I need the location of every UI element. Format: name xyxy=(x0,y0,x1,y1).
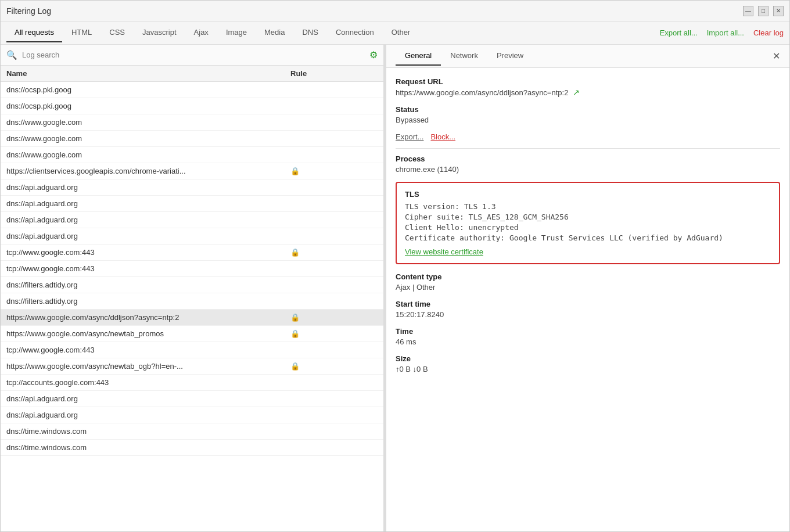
list-item[interactable]: dns://www.google.com xyxy=(1,147,383,163)
request-url-value: https://www.google.com/async/ddljson?asy… xyxy=(396,88,780,97)
tab-dns[interactable]: DNS xyxy=(294,23,326,42)
list-item[interactable]: dns://api.adguard.org xyxy=(1,228,383,245)
list-item-rule: 🔒 xyxy=(290,248,378,257)
list-item[interactable]: dns://ocsp.pki.goog xyxy=(1,98,383,114)
lock-icon: 🔒 xyxy=(290,248,300,257)
list-item-name: dns://api.adguard.org xyxy=(6,394,290,403)
tab-css[interactable]: CSS xyxy=(101,23,133,42)
list-item-name: dns://ocsp.pki.goog xyxy=(6,85,290,94)
export-all-button[interactable]: Export all... xyxy=(660,28,698,37)
list-item[interactable]: tcp://www.google.com:443 xyxy=(1,342,383,358)
tls-version: TLS version: TLS 1.3 xyxy=(405,202,771,211)
title-bar: Filtering Log — □ ✕ xyxy=(1,1,789,21)
list-item[interactable]: https://www.google.com/async/newtab_prom… xyxy=(1,326,383,342)
list-item[interactable]: dns://api.adguard.org xyxy=(1,196,383,212)
list-item-name: dns://ocsp.pki.goog xyxy=(6,102,290,110)
close-button[interactable]: ✕ xyxy=(773,6,784,16)
list-item[interactable]: dns://filters.adtidy.org xyxy=(1,277,383,293)
detail-tabs: General Network Preview ✕ xyxy=(386,45,789,68)
maximize-button[interactable]: □ xyxy=(758,6,769,16)
left-panel: 🔍 ⚙ Name Rule dns://ocsp.pki.googdns://o… xyxy=(1,45,384,531)
detail-tab-preview[interactable]: Preview xyxy=(487,46,533,66)
export-button[interactable]: Export... xyxy=(396,132,423,141)
list-item[interactable]: dns://api.adguard.org xyxy=(1,212,383,228)
list-item[interactable]: dns://filters.adtidy.org xyxy=(1,293,383,310)
content-type-value: Ajax | Other xyxy=(396,283,780,292)
start-time-value: 15:20:17.8240 xyxy=(396,310,780,319)
start-time-section: Start time 15:20:17.8240 xyxy=(396,300,780,319)
list-item[interactable]: dns://www.google.com xyxy=(1,114,383,131)
tls-title: TLS xyxy=(405,190,771,199)
tab-connection[interactable]: Connection xyxy=(328,23,382,42)
list-item-name: dns://www.google.com xyxy=(6,150,290,159)
list-item[interactable]: dns://time.windows.com xyxy=(1,440,383,456)
list-item-name: dns://api.adguard.org xyxy=(6,183,290,192)
list-item-name: dns://www.google.com xyxy=(6,118,290,127)
lock-icon: 🔒 xyxy=(290,313,300,322)
import-all-button[interactable]: Import all... xyxy=(707,28,744,37)
detail-body: Request URL https://www.google.com/async… xyxy=(386,68,789,531)
status-section: Status Bypassed xyxy=(396,105,780,124)
search-bar: 🔍 ⚙ xyxy=(1,45,383,66)
list-item-name: dns://api.adguard.org xyxy=(6,411,290,419)
detail-tab-network[interactable]: Network xyxy=(441,46,487,66)
tab-media[interactable]: Media xyxy=(256,23,293,42)
list-item[interactable]: https://clientservices.googleapis.com/ch… xyxy=(1,163,383,179)
list-item[interactable]: tcp://accounts.google.com:443 xyxy=(1,375,383,391)
process-label: Process xyxy=(396,154,780,163)
request-url-section: Request URL https://www.google.com/async… xyxy=(396,77,780,97)
search-icon: 🔍 xyxy=(6,50,17,60)
list-item[interactable]: https://www.google.com/async/newtab_ogb?… xyxy=(1,358,383,375)
size-value: ↑0 B ↓0 B xyxy=(396,365,780,373)
content-type-label: Content type xyxy=(396,272,780,281)
tab-image[interactable]: Image xyxy=(218,23,255,42)
tls-client-hello: Client Hello: unencrypted xyxy=(405,223,771,232)
size-label: Size xyxy=(396,354,780,363)
detail-close-button[interactable]: ✕ xyxy=(773,51,780,62)
clear-log-button[interactable]: Clear log xyxy=(753,28,784,37)
divider-1 xyxy=(396,148,780,149)
status-value: Bypassed xyxy=(396,116,780,124)
tab-ajax[interactable]: Ajax xyxy=(186,23,217,42)
filter-icon[interactable]: ⚙ xyxy=(369,49,378,60)
time-value: 46 ms xyxy=(396,337,780,346)
detail-tab-general[interactable]: General xyxy=(396,46,441,66)
filter-tabs: All requests HTML CSS Javascript Ajax Im… xyxy=(6,23,660,42)
list-item-name: dns://api.adguard.org xyxy=(6,199,290,208)
list-item-name: https://www.google.com/async/ddljson?asy… xyxy=(6,313,290,322)
list-item-name: https://www.google.com/async/newtab_ogb?… xyxy=(6,362,290,371)
block-button[interactable]: Block... xyxy=(430,132,455,141)
list-item-rule: 🔒 xyxy=(290,167,378,175)
list-item-name: tcp://accounts.google.com:443 xyxy=(6,378,290,387)
list-body: dns://ocsp.pki.googdns://ocsp.pki.googdn… xyxy=(1,82,383,531)
search-input[interactable] xyxy=(22,51,365,59)
list-item[interactable]: tcp://www.google.com:443🔒 xyxy=(1,245,383,261)
main-window: Filtering Log — □ ✕ All requests HTML CS… xyxy=(0,0,790,532)
content-type-section: Content type Ajax | Other xyxy=(396,272,780,292)
start-time-label: Start time xyxy=(396,300,780,308)
tab-other[interactable]: Other xyxy=(383,23,419,42)
list-item[interactable]: tcp://www.google.com:443 xyxy=(1,261,383,277)
list-item-name: tcp://www.google.com:443 xyxy=(6,346,290,354)
list-item[interactable]: dns://api.adguard.org xyxy=(1,179,383,196)
list-item[interactable]: dns://api.adguard.org xyxy=(1,407,383,423)
window-title: Filtering Log xyxy=(6,6,51,16)
list-item[interactable]: dns://api.adguard.org xyxy=(1,391,383,407)
list-item[interactable]: https://www.google.com/async/ddljson?asy… xyxy=(1,310,383,326)
list-item-name: dns://api.adguard.org xyxy=(6,232,290,240)
open-url-icon[interactable]: ↗ xyxy=(573,88,580,97)
list-item[interactable]: dns://ocsp.pki.goog xyxy=(1,82,383,98)
lock-icon: 🔒 xyxy=(290,167,300,175)
list-item[interactable]: dns://time.windows.com xyxy=(1,423,383,440)
list-item-rule: 🔒 xyxy=(290,313,378,322)
list-item[interactable]: dns://www.google.com xyxy=(1,131,383,147)
view-website-certificate-link[interactable]: View website certificate xyxy=(405,247,483,256)
tab-all-requests[interactable]: All requests xyxy=(6,23,62,42)
minimize-button[interactable]: — xyxy=(743,6,753,16)
tab-javascript[interactable]: Javascript xyxy=(134,23,185,42)
tab-html[interactable]: HTML xyxy=(63,23,100,42)
process-value: chrome.exe (1140) xyxy=(396,165,780,174)
list-item-name: dns://time.windows.com xyxy=(6,427,290,436)
process-section: Process chrome.exe (1140) xyxy=(396,154,780,174)
tab-bar: All requests HTML CSS Javascript Ajax Im… xyxy=(1,21,789,45)
